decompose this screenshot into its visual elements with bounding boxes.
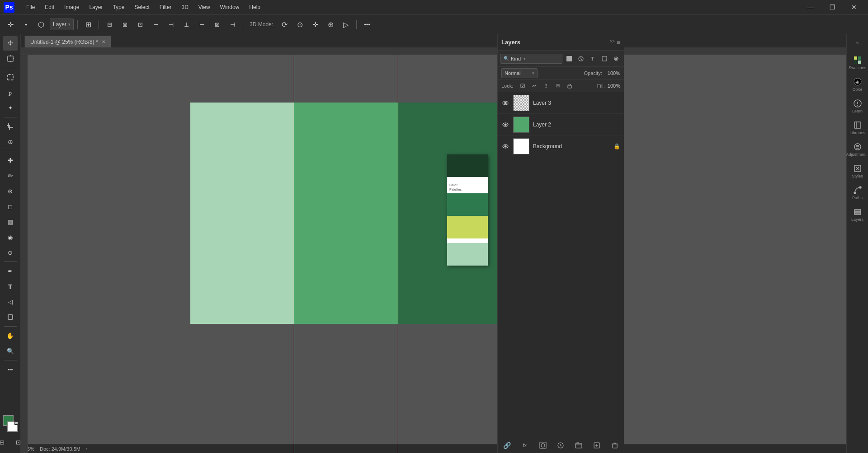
dodge-tool[interactable]: ⊙ — [3, 245, 18, 260]
lock-position-btn[interactable] — [541, 81, 551, 91]
adjustments-panel-btn[interactable]: Adjustmen... — [849, 139, 866, 160]
layers-filter-type[interactable]: 🔍 Kind ▾ — [500, 54, 562, 64]
learn-panel-btn[interactable]: Learn — [849, 96, 866, 117]
lasso-tool[interactable]: ᵱ — [3, 85, 18, 100]
paths-panel-btn[interactable]: Paths — [849, 182, 866, 203]
layer-visibility-toggle[interactable] — [501, 121, 509, 129]
3d-slide-btn[interactable]: ⊕ — [324, 18, 337, 31]
menu-select[interactable]: Select — [130, 2, 154, 12]
lock-all-btn[interactable] — [565, 81, 575, 91]
filter-adjustment-btn[interactable] — [576, 54, 586, 64]
menu-window[interactable]: Window — [216, 2, 244, 12]
lock-transparent-btn[interactable] — [518, 81, 528, 91]
document-tab[interactable]: Untitled-1 @ 25% (RGB/8) * ✕ — [24, 36, 111, 47]
menu-help[interactable]: Help — [245, 2, 265, 12]
eyedropper-tool[interactable]: ⊕ — [3, 135, 18, 149]
link-layers-btn[interactable]: 🔗 — [501, 440, 512, 451]
align-top-btn[interactable]: ⊢ — [149, 18, 162, 31]
pen-tool[interactable]: ✒ — [3, 264, 18, 278]
align-center-h-btn[interactable]: ⊠ — [118, 18, 132, 31]
brush-tool[interactable]: ✏ — [3, 168, 18, 183]
layer-visibility-toggle[interactable] — [501, 99, 509, 107]
add-mask-btn[interactable] — [538, 440, 548, 451]
crop-tool[interactable] — [3, 119, 18, 134]
minimize-button[interactable]: — — [800, 0, 821, 14]
artboard-tool[interactable] — [3, 51, 18, 66]
swap-colors-btn[interactable]: ⇄ — [14, 420, 19, 425]
3d-roll-btn[interactable]: ⊙ — [293, 18, 307, 31]
filter-pixel-btn[interactable] — [564, 54, 574, 64]
distribute-center-h-btn[interactable]: ⊠ — [210, 18, 224, 31]
blur-tool[interactable]: ◉ — [3, 230, 18, 244]
clone-tool[interactable]: ⊗ — [3, 184, 18, 198]
blend-mode-dropdown[interactable]: Normal ▾ — [501, 68, 538, 78]
magic-wand-tool[interactable]: ✦ — [3, 101, 18, 115]
quick-mask-btn[interactable]: ⊡ — [11, 435, 21, 449]
align-left-btn[interactable]: ⊟ — [103, 18, 116, 31]
menu-edit[interactable]: Edit — [40, 2, 59, 12]
opacity-value[interactable]: 100% — [608, 70, 620, 76]
libraries-panel-btn[interactable]: Libraries — [849, 117, 866, 138]
standard-mode-btn[interactable]: ⊟ — [0, 435, 9, 449]
filter-smart-btn[interactable] — [611, 54, 621, 64]
path-select-tool[interactable]: ◁ — [3, 294, 18, 309]
new-layer-btn[interactable] — [591, 440, 602, 451]
filter-type-btn[interactable]: T — [588, 54, 598, 64]
new-group-btn[interactable] — [573, 440, 584, 451]
menu-type[interactable]: Type — [108, 2, 129, 12]
move-tool-btn[interactable]: ✛ — [4, 18, 17, 31]
3d-scale-btn[interactable]: ▷ — [339, 18, 353, 31]
layer-effects-btn[interactable]: fx — [519, 440, 530, 451]
shape-tool[interactable] — [3, 310, 18, 324]
more-options-btn[interactable]: ••• — [360, 18, 374, 31]
menu-filter[interactable]: Filter — [155, 2, 176, 12]
zoom-tool[interactable]: 🔍 — [3, 344, 18, 358]
move-options-btn[interactable]: ▾ — [19, 18, 33, 31]
align-right-btn[interactable]: ⊡ — [133, 18, 147, 31]
layer-visibility-toggle[interactable] — [501, 142, 509, 150]
text-tool[interactable]: T — [3, 279, 18, 294]
move-tool[interactable] — [3, 36, 18, 51]
swatches-panel-btn[interactable]: Swatches — [849, 52, 866, 73]
color-panel-btn[interactable]: ◉ Color — [849, 74, 866, 95]
layer-row[interactable]: Background 🔒 — [498, 135, 624, 157]
select-rect-tool[interactable] — [3, 70, 18, 84]
maximize-button[interactable]: ❐ — [822, 0, 843, 14]
close-doc-btn[interactable]: ✕ — [102, 39, 105, 44]
menu-file[interactable]: File — [22, 2, 39, 12]
menu-layer[interactable]: Layer — [85, 2, 107, 12]
transform-btn[interactable]: ⊞ — [81, 18, 95, 31]
healing-tool[interactable]: ✚ — [3, 153, 18, 168]
hand-tool[interactable]: ✋ — [3, 328, 18, 343]
layers-expand-btn[interactable]: >> — [609, 39, 615, 46]
layers-icon-btn[interactable]: Layers — [849, 204, 866, 225]
3d-pan-btn[interactable]: ✛ — [308, 18, 322, 31]
3d-object-btn[interactable]: ⬡ — [34, 18, 48, 31]
delete-layer-btn[interactable] — [609, 440, 620, 451]
layer-row[interactable]: Layer 3 — [498, 92, 624, 114]
layer-dropdown[interactable]: Layer ▾ — [50, 19, 74, 30]
lock-image-btn[interactable] — [529, 81, 539, 91]
layer-row[interactable]: Layer 2 — [498, 114, 624, 135]
align-bottom-btn[interactable]: ⊥ — [179, 18, 193, 31]
color-picker[interactable]: ⇄ — [2, 415, 19, 432]
fill-value[interactable]: 100% — [608, 83, 620, 89]
more-tools-btn[interactable]: ••• — [3, 362, 18, 377]
layers-menu-btn[interactable]: ≡ — [617, 39, 620, 46]
3d-rotate-btn[interactable]: ⟳ — [278, 18, 291, 31]
right-panel-toggle[interactable]: « — [849, 37, 866, 48]
menu-3d[interactable]: 3D — [177, 2, 193, 12]
distribute-left-btn[interactable]: ⊢ — [195, 18, 208, 31]
menu-view[interactable]: View — [194, 2, 215, 12]
canvas[interactable]: Color Palettes — [21, 55, 868, 453]
close-button[interactable]: ✕ — [844, 0, 864, 14]
align-center-v-btn[interactable]: ⊣ — [164, 18, 178, 31]
eraser-tool[interactable]: ◻ — [3, 199, 18, 214]
menu-image[interactable]: Image — [60, 2, 84, 12]
styles-panel-btn[interactable]: Styles — [849, 161, 866, 182]
gradient-tool[interactable]: ▦ — [3, 215, 18, 229]
arrow-btn[interactable]: › — [86, 446, 88, 452]
lock-artboard-btn[interactable]: ⊞ — [553, 81, 563, 91]
adjustments-btn[interactable] — [555, 440, 566, 451]
distribute-right-btn[interactable]: ⊣ — [226, 18, 239, 31]
